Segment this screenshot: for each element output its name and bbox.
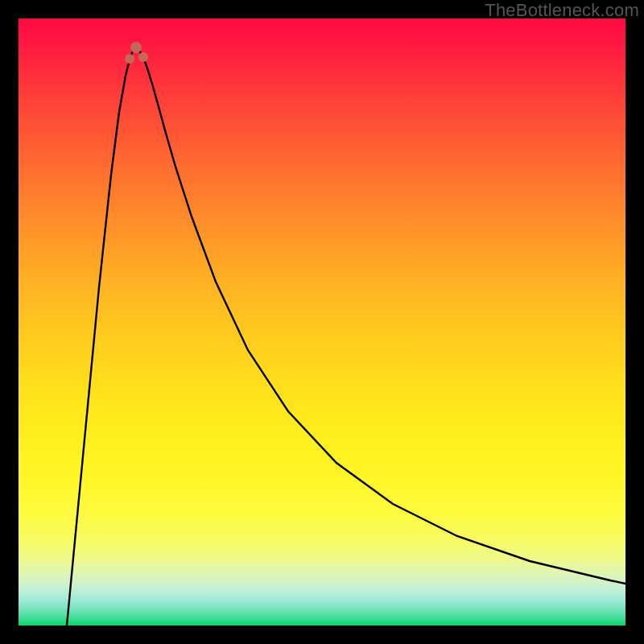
- valley-markers: [125, 42, 148, 64]
- notch-left: [125, 54, 134, 64]
- notch-right: [138, 52, 148, 62]
- notch-bottom: [130, 42, 142, 53]
- curve-layer: [19, 19, 625, 625]
- plot-area: [19, 19, 625, 625]
- bottleneck-curve: [67, 49, 625, 625]
- watermark-text: TheBottleneck.com: [485, 0, 639, 21]
- chart-frame: TheBottleneck.com: [0, 0, 644, 644]
